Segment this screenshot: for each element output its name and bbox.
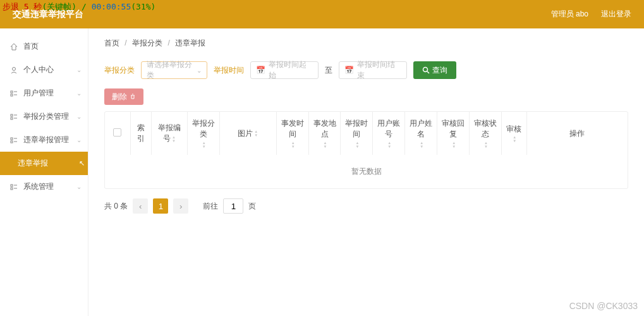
total-label: 共 0 条 xyxy=(104,201,128,212)
logout-link[interactable]: 退出登录 xyxy=(601,9,631,20)
filter-row: 举报分类 请选择举报分类 ⌄ 举报时间 📅 举报时间起始 至 📅 举报时间结束 … xyxy=(104,61,628,79)
goto-label: 前往 xyxy=(203,201,218,212)
next-page-button[interactable]: › xyxy=(173,198,188,214)
sidebar-item-profile[interactable]: 个人中心 ⌄ xyxy=(0,58,88,82)
data-table: 索引 举报编号 举报分类 图片 事发时间 事发地点 举报时间 用户账号 用户姓名… xyxy=(105,112,628,188)
breadcrumb-current: 违章举报 xyxy=(175,39,205,47)
cursor-icon: ↖ xyxy=(79,159,85,167)
sidebar-item-users[interactable]: 用户管理 ⌄ xyxy=(0,82,88,105)
user-icon xyxy=(9,66,18,75)
sort-icon[interactable] xyxy=(291,141,295,149)
sidebar-item-category[interactable]: 举报分类管理 ⌄ xyxy=(0,105,88,128)
calendar-icon: 📅 xyxy=(344,66,354,75)
page-suffix: 页 xyxy=(248,201,256,212)
sidebar-item-label: 举报分类管理 xyxy=(23,111,69,122)
svg-rect-1 xyxy=(11,91,13,93)
end-date-input[interactable]: 📅 举报时间结束 xyxy=(339,61,407,79)
col-reply: 审核回复 xyxy=(437,112,470,155)
delete-label: 删除 xyxy=(112,92,127,102)
breadcrumb-cat[interactable]: 举报分类 xyxy=(132,39,162,47)
watermark: CSDN @CK3033 xyxy=(569,301,638,311)
chevron-down-icon: ⌄ xyxy=(76,183,82,190)
sort-icon[interactable] xyxy=(452,141,456,149)
sort-icon[interactable] xyxy=(172,135,176,143)
sort-icon[interactable] xyxy=(513,135,516,143)
list-icon xyxy=(9,183,18,191)
sort-icon[interactable] xyxy=(254,130,258,137)
svg-rect-9 xyxy=(11,138,13,140)
calendar-icon: 📅 xyxy=(256,66,265,75)
col-event-time: 事发时间 xyxy=(276,112,308,155)
sidebar-item-home[interactable]: 首页 xyxy=(0,35,88,58)
svg-rect-14 xyxy=(11,188,13,190)
trash-icon xyxy=(130,94,136,100)
category-select[interactable]: 请选择举报分类 ⌄ xyxy=(141,61,207,79)
col-event-loc: 事发地点 xyxy=(308,112,341,155)
sidebar-item-system[interactable]: 系统管理 ⌄ xyxy=(0,175,88,198)
to-label: 至 xyxy=(325,65,332,76)
col-index: 索引 xyxy=(130,112,152,155)
sort-icon[interactable] xyxy=(202,141,206,149)
chevron-down-icon: ⌄ xyxy=(197,67,202,74)
col-image: 图片 xyxy=(219,112,276,155)
admin-label[interactable]: 管理员 abo xyxy=(551,9,588,20)
col-account: 用户账号 xyxy=(373,112,405,155)
list-icon xyxy=(9,89,18,98)
debug-overlay: 步退 5 秒(关键帧) / 00:00:55(31%) xyxy=(0,0,158,14)
search-icon xyxy=(422,66,430,74)
start-date-input[interactable]: 📅 举报时间起始 xyxy=(250,61,319,79)
empty-row: 暂无数据 xyxy=(105,155,628,188)
sidebar-item-label: 违章举报管理 xyxy=(23,135,69,145)
col-category: 举报分类 xyxy=(187,112,219,155)
sort-icon[interactable] xyxy=(484,141,488,149)
chevron-down-icon: ⌄ xyxy=(76,113,82,120)
svg-rect-2 xyxy=(11,94,13,96)
sidebar-item-report[interactable]: 违章举报 ↖ xyxy=(0,152,88,175)
chevron-down-icon: ⌄ xyxy=(76,137,82,143)
page-1-button[interactable]: 1 xyxy=(153,198,168,214)
svg-point-0 xyxy=(13,67,16,70)
select-placeholder: 请选择举报分类 xyxy=(147,59,197,81)
chevron-down-icon: ⌄ xyxy=(76,90,82,97)
sort-icon[interactable] xyxy=(355,141,359,149)
query-button[interactable]: 查询 xyxy=(413,61,456,79)
date-placeholder: 举报时间结束 xyxy=(357,59,401,81)
svg-rect-6 xyxy=(11,118,13,119)
sidebar: 首页 个人中心 ⌄ 用户管理 ⌄ 举报分类管理 ⌄ 违章举报管理 ⌄ 违章举报 … xyxy=(0,28,88,316)
col-username: 用户姓名 xyxy=(405,112,437,155)
col-ops: 操作 xyxy=(526,112,628,155)
empty-text: 暂无数据 xyxy=(105,155,628,188)
sidebar-item-report-mgmt[interactable]: 违章举报管理 ⌄ xyxy=(0,128,88,152)
chevron-down-icon: ⌄ xyxy=(76,66,82,73)
svg-rect-13 xyxy=(11,185,13,186)
svg-point-17 xyxy=(423,68,428,72)
breadcrumb: 首页 / 举报分类 / 违章举报 xyxy=(104,38,628,49)
col-report-no: 举报编号 xyxy=(152,112,188,155)
svg-rect-10 xyxy=(11,141,13,143)
sort-icon[interactable] xyxy=(324,141,327,149)
goto-input[interactable] xyxy=(223,198,243,214)
select-all-checkbox[interactable] xyxy=(113,128,121,137)
delete-button[interactable]: 删除 xyxy=(104,88,143,105)
breadcrumb-home[interactable]: 首页 xyxy=(104,39,119,47)
svg-line-18 xyxy=(427,71,429,73)
sort-icon[interactable] xyxy=(420,141,423,149)
table-wrap: 索引 举报编号 举报分类 图片 事发时间 事发地点 举报时间 用户账号 用户姓名… xyxy=(104,111,628,189)
list-icon xyxy=(9,136,18,145)
filter-time-label: 举报时间 xyxy=(214,65,244,76)
sidebar-item-label: 违章举报 xyxy=(18,158,48,169)
sort-icon[interactable] xyxy=(387,141,391,149)
query-label: 查询 xyxy=(432,65,447,76)
prev-page-button[interactable]: ‹ xyxy=(133,198,148,214)
header-right: 管理员 abo 退出登录 xyxy=(551,9,631,20)
col-audit: 审核 xyxy=(502,112,526,155)
main-content: 首页 / 举报分类 / 违章举报 举报分类 请选择举报分类 ⌄ 举报时间 📅 举… xyxy=(88,28,644,316)
list-icon xyxy=(9,112,18,121)
sidebar-item-label: 首页 xyxy=(23,41,39,52)
home-icon xyxy=(9,42,18,51)
filter-category-label: 举报分类 xyxy=(104,65,135,76)
pagination: 共 0 条 ‹ 1 › 前往 页 xyxy=(104,198,628,214)
sidebar-item-label: 用户管理 xyxy=(23,88,54,99)
sidebar-item-label: 系统管理 xyxy=(23,181,54,192)
date-placeholder: 举报时间起始 xyxy=(269,59,313,81)
